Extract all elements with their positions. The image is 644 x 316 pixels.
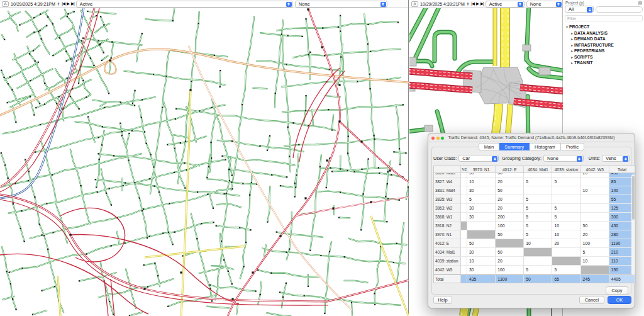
units-dropdown[interactable]: Vehs bbox=[602, 155, 630, 162]
overlay-dropdown[interactable]: None bbox=[526, 1, 563, 8]
column-header[interactable]: 4042: W5 bbox=[581, 166, 609, 172]
matrix-cell[interactable] bbox=[581, 178, 609, 186]
matrix-cell[interactable]: 10 bbox=[524, 239, 552, 248]
matrix-cell[interactable]: 10 bbox=[467, 178, 496, 186]
minimize-icon[interactable] bbox=[436, 137, 440, 140]
matrix-cell[interactable]: 20 bbox=[496, 195, 524, 204]
attributes-button[interactable]: A bbox=[411, 1, 418, 7]
chevron-down-icon[interactable]: ▾ bbox=[565, 25, 569, 29]
dialog-titlebar[interactable]: Traffic Demand: 4345, Name: Traffic Dema… bbox=[428, 133, 635, 142]
row-header[interactable]: 3918: N2 bbox=[434, 222, 461, 230]
matrix-cell[interactable]: 5 bbox=[524, 213, 552, 222]
matrix-cell[interactable]: 10 bbox=[581, 257, 609, 266]
skip-back-icon[interactable]: |◀ bbox=[62, 1, 65, 6]
matrix-cell-cut[interactable] bbox=[461, 239, 467, 248]
matrix-cell[interactable]: 10 bbox=[552, 230, 580, 239]
play-icon[interactable]: ▶ bbox=[67, 1, 69, 6]
matrix-cell[interactable] bbox=[581, 204, 609, 213]
matrix-cell[interactable]: 50 bbox=[467, 239, 496, 248]
matrix-cell[interactable]: 30 bbox=[467, 186, 496, 195]
matrix-cell[interactable]: 435 bbox=[467, 274, 496, 283]
matrix-cell-cut[interactable] bbox=[461, 274, 467, 283]
tab-summary[interactable]: Summary bbox=[499, 143, 530, 150]
matrix-cell[interactable]: 10 bbox=[552, 222, 580, 230]
matrix-cell[interactable]: 100 bbox=[496, 222, 524, 230]
matrix-cell-cut[interactable] bbox=[461, 186, 467, 195]
matrix-cell[interactable]: 5 bbox=[524, 178, 552, 186]
matrix-cell[interactable]: 20 bbox=[496, 204, 524, 213]
matrix-cell[interactable]: 5 bbox=[524, 195, 552, 204]
matrix-cell[interactable] bbox=[581, 266, 609, 274]
matrix-cell[interactable]: 20 bbox=[581, 230, 609, 239]
tree-item-pedestrians[interactable]: ▸PEDESTRIANS bbox=[565, 48, 644, 54]
zoom-icon[interactable] bbox=[441, 137, 444, 140]
corner-header[interactable] bbox=[434, 166, 461, 172]
matrix-cell[interactable]: 5 bbox=[467, 195, 496, 204]
datetime-stepper[interactable]: ▲▼ bbox=[57, 2, 60, 6]
matrix-cell[interactable]: 5 bbox=[552, 178, 580, 186]
row-header[interactable]: 3827: W4 bbox=[434, 178, 461, 186]
attributes-button[interactable]: A bbox=[2, 1, 9, 7]
tree-item-scripts[interactable]: ▸SCRIPTS bbox=[565, 54, 644, 60]
copy-button[interactable]: Copy bbox=[606, 286, 628, 295]
matrix-cell[interactable] bbox=[581, 195, 609, 204]
matrix-cell-cut[interactable] bbox=[461, 204, 467, 213]
matrix-cell[interactable]: 20 bbox=[552, 239, 580, 248]
row-header[interactable]: 4039: station bbox=[434, 257, 461, 266]
tree-item-project[interactable]: ▾PROJECT bbox=[565, 24, 644, 30]
matrix-cell[interactable]: 50 bbox=[496, 173, 524, 178]
tree-item-infrastructure[interactable]: ▸INFRASTRUCTURE bbox=[565, 42, 644, 48]
matrix-cell[interactable]: 30 bbox=[467, 266, 496, 274]
close-icon[interactable] bbox=[431, 137, 435, 140]
matrix-cell[interactable]: 20 bbox=[581, 173, 609, 178]
column-header[interactable]: 4034: Mal1 bbox=[524, 166, 552, 172]
row-header[interactable]: 4034: Mal1 bbox=[434, 248, 461, 257]
matrix-cell[interactable] bbox=[496, 239, 524, 248]
matrix-cell[interactable]: 50 bbox=[524, 274, 552, 283]
matrix-cell[interactable] bbox=[552, 195, 580, 204]
matrix-cell[interactable] bbox=[467, 230, 496, 239]
network-map[interactable] bbox=[0, 8, 409, 316]
overlay-dropdown[interactable]: None bbox=[295, 1, 387, 8]
matrix-cell[interactable] bbox=[552, 186, 580, 195]
matrix-cell[interactable] bbox=[524, 186, 552, 195]
matrix-cell[interactable]: 5 bbox=[552, 204, 580, 213]
table-scrollbar[interactable] bbox=[631, 174, 635, 275]
tab-profile[interactable]: Profile bbox=[561, 143, 584, 150]
matrix-cell[interactable]: 5 bbox=[552, 266, 580, 274]
matrix-cell-cut[interactable] bbox=[461, 213, 467, 222]
matrix-cell[interactable]: 5 bbox=[524, 230, 552, 239]
matrix-cell[interactable]: 30 bbox=[467, 173, 496, 178]
row-header[interactable]: 4042: W5 bbox=[434, 266, 461, 274]
matrix-cell[interactable]: 50 bbox=[496, 230, 524, 239]
tree-item-data-analysis[interactable]: ▸DATA ANALYSIS bbox=[565, 30, 644, 37]
skip-forward-icon[interactable]: ▶| bbox=[71, 1, 74, 6]
tree-item-transit[interactable]: ▸TRANSIT bbox=[565, 60, 644, 66]
column-header[interactable]: 4012: E bbox=[496, 166, 524, 172]
matrix-cell[interactable] bbox=[524, 248, 552, 257]
matrix-cell-cut[interactable] bbox=[461, 257, 467, 266]
row-header[interactable]: 4012: E bbox=[434, 239, 461, 248]
matrix-cell[interactable] bbox=[552, 173, 580, 178]
simulation-datetime[interactable]: 10/29/2025 4:39:21PM bbox=[11, 2, 55, 6]
mode-dropdown[interactable]: Active bbox=[486, 1, 525, 8]
mode-dropdown[interactable]: Active bbox=[76, 1, 293, 8]
skip-back-icon[interactable]: |◀ bbox=[471, 1, 474, 6]
matrix-cell[interactable]: 100 bbox=[581, 239, 609, 248]
matrix-cell[interactable]: 20 bbox=[496, 257, 524, 266]
datetime-stepper[interactable]: ▲▼ bbox=[467, 2, 469, 6]
cancel-button[interactable]: Cancel bbox=[579, 296, 604, 304]
chevron-right-icon[interactable]: ▸ bbox=[570, 43, 574, 47]
search-input[interactable] bbox=[596, 6, 643, 13]
matrix-cell[interactable]: 200 bbox=[496, 213, 524, 222]
row-header[interactable]: 3868: W1 bbox=[434, 213, 461, 222]
column-header-cut[interactable]: 3918: N2 bbox=[461, 166, 467, 172]
matrix-cell[interactable]: 30 bbox=[467, 248, 496, 257]
matrix-cell-cut[interactable] bbox=[461, 248, 467, 257]
matrix-cell[interactable]: 5 bbox=[524, 266, 552, 274]
matrix-cell[interactable]: 50 bbox=[581, 222, 609, 230]
column-header[interactable]: 4039: station bbox=[552, 166, 580, 172]
row-header[interactable]: 3863: W2 bbox=[434, 204, 461, 213]
matrix-cell[interactable] bbox=[524, 257, 552, 266]
matrix-cell[interactable] bbox=[552, 248, 580, 257]
